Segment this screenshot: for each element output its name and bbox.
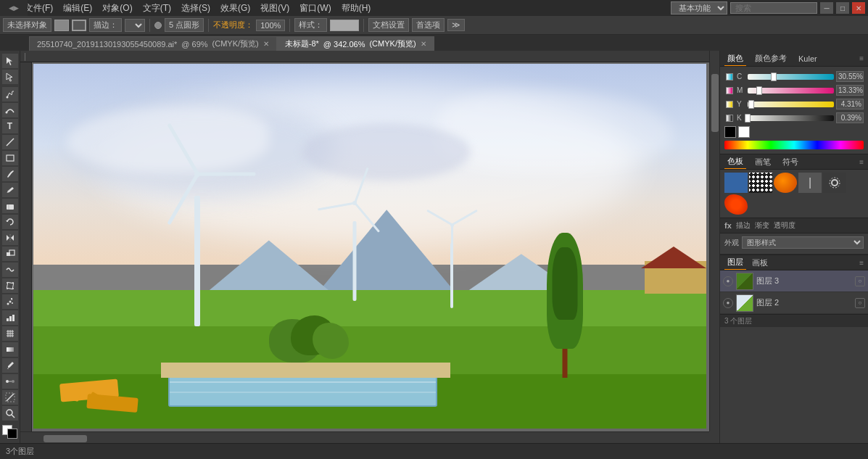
- vertical-scrollbar[interactable]: [709, 51, 719, 431]
- artboard[interactable]: [33, 64, 706, 429]
- column-graph-tool[interactable]: [2, 310, 18, 325]
- pencil-tool[interactable]: [2, 183, 18, 197]
- cloud-5: [302, 123, 471, 181]
- swatch-splatter[interactable]: [749, 173, 772, 193]
- type-tool[interactable]: T: [2, 119, 18, 133]
- menu-window[interactable]: 窗口(W): [295, 1, 335, 16]
- blend-tab1[interactable]: 描边: [736, 220, 751, 231]
- outer-select[interactable]: 图形样式: [742, 236, 864, 249]
- eraser-tool[interactable]: [2, 199, 18, 213]
- stroke-color[interactable]: [72, 20, 86, 31]
- menu-text[interactable]: 文字(T): [139, 1, 175, 16]
- layer-3-lock[interactable]: ○: [855, 276, 865, 286]
- eyedropper-tool[interactable]: [2, 358, 18, 373]
- layer-row-2[interactable]: ● 图层 2 ○: [720, 292, 868, 314]
- rect-tool[interactable]: [2, 151, 18, 165]
- menu-edit[interactable]: 编辑(E): [59, 1, 96, 16]
- zoom-tool[interactable]: [2, 406, 18, 421]
- m-value[interactable]: 13.33%: [836, 85, 864, 96]
- menu-select[interactable]: 选择(S): [177, 1, 215, 16]
- fill-stroke-indicator[interactable]: [2, 425, 18, 439]
- blend-tab2[interactable]: 渐变: [755, 220, 769, 231]
- fill-color[interactable]: [54, 20, 69, 31]
- paintbrush-tool[interactable]: [2, 167, 18, 181]
- blend-tab3[interactable]: 透明度: [774, 220, 795, 231]
- style-box[interactable]: [330, 20, 359, 31]
- stroke-select[interactable]: [125, 19, 145, 32]
- white-box[interactable]: [738, 126, 750, 138]
- kuler-tab[interactable]: Kuler: [795, 53, 820, 65]
- y-value[interactable]: 4.31%: [836, 99, 864, 109]
- layers-panel-collapse[interactable]: ≡: [859, 259, 864, 267]
- swatch-orange[interactable]: [774, 173, 797, 193]
- line-tool[interactable]: [2, 135, 18, 149]
- rotate-tool[interactable]: [2, 215, 18, 229]
- extra-btn[interactable]: ≫: [447, 19, 465, 31]
- brush-tab[interactable]: 画笔: [752, 155, 774, 169]
- symbol-tab[interactable]: 符号: [780, 155, 801, 169]
- scale-tool[interactable]: [2, 247, 18, 261]
- menu-view[interactable]: 视图(V): [256, 1, 294, 16]
- swatch-gear[interactable]: [823, 173, 846, 193]
- warp-tool[interactable]: [2, 262, 18, 277]
- m-slider-track[interactable]: [748, 88, 834, 94]
- canvas-area[interactable]: │: [20, 51, 719, 443]
- menu-effect[interactable]: 效果(G): [216, 1, 255, 16]
- tab-1-close[interactable]: ✕: [263, 40, 269, 48]
- swatch-tab[interactable]: 色板: [724, 154, 746, 169]
- minimize-button[interactable]: ─: [820, 2, 833, 14]
- spectrum-bar[interactable]: [724, 141, 864, 149]
- color-panel-collapse[interactable]: ≡: [859, 54, 864, 62]
- m-slider-thumb[interactable]: [756, 86, 762, 95]
- c-slider-track[interactable]: [748, 74, 834, 80]
- c-value[interactable]: 30.55%: [836, 71, 864, 82]
- maximize-button[interactable]: □: [836, 2, 849, 14]
- layer-row-3[interactable]: ● 图层 3 ○: [720, 270, 868, 292]
- layers-tab[interactable]: 图层: [724, 255, 746, 270]
- tab-2-close[interactable]: ✕: [421, 40, 426, 48]
- menu-help[interactable]: 帮助(H): [337, 1, 376, 16]
- prefs-btn[interactable]: 首选项: [412, 18, 445, 32]
- horizontal-scrollbar[interactable]: [20, 431, 709, 443]
- k-slider-thumb[interactable]: [745, 114, 751, 123]
- color-sliders: C 30.55% M 13.33%: [720, 67, 868, 154]
- artboard-tab[interactable]: 画板: [749, 256, 771, 270]
- tab-file-2[interactable]: 未标题-8* @ 342.06% (CMYK/预览) ✕: [277, 36, 434, 51]
- workspace-dropdown[interactable]: 基本功能: [671, 1, 727, 15]
- gradient-tool[interactable]: [2, 342, 18, 357]
- selection-tool[interactable]: [2, 54, 18, 68]
- tab-file-1[interactable]: 25510740_20191130193055450089.ai* @ 69% …: [29, 36, 277, 51]
- color-tab[interactable]: 颜色: [724, 51, 746, 66]
- reflect-tool[interactable]: [2, 231, 18, 245]
- slice-tool[interactable]: [2, 390, 18, 405]
- black-box[interactable]: [724, 126, 736, 138]
- h-scroll-thumb[interactable]: [44, 435, 87, 442]
- blend-tool[interactable]: [2, 374, 18, 389]
- menu-object[interactable]: 对象(O): [98, 1, 136, 16]
- opacity-value[interactable]: 100%: [256, 20, 285, 31]
- curvature-tool[interactable]: [2, 103, 18, 117]
- swatch-blue[interactable]: [724, 173, 748, 193]
- mesh-tool[interactable]: [2, 326, 18, 341]
- free-transform-tool[interactable]: [2, 278, 18, 293]
- doc-settings-btn[interactable]: 文档设置: [368, 18, 409, 32]
- color-ref-tab[interactable]: 颜色参考: [752, 51, 790, 65]
- c-slider-thumb[interactable]: [771, 73, 777, 81]
- swatch-flower[interactable]: [724, 194, 748, 215]
- swatch-cursor[interactable]: |: [798, 173, 822, 193]
- close-button[interactable]: ✕: [852, 2, 865, 14]
- v-scroll-thumb[interactable]: [711, 74, 719, 132]
- layer-2-visibility[interactable]: ●: [723, 298, 733, 308]
- y-slider-track[interactable]: [748, 102, 834, 107]
- k-slider-track[interactable]: [748, 115, 834, 121]
- search-input[interactable]: [730, 2, 817, 14]
- symbol-spray-tool[interactable]: [2, 294, 18, 309]
- brush-size[interactable]: 5 点圆形: [165, 18, 204, 32]
- layer-3-visibility[interactable]: ●: [723, 276, 733, 286]
- layer-2-lock[interactable]: ○: [855, 298, 865, 308]
- direct-selection-tool[interactable]: [2, 70, 18, 84]
- pen-tool[interactable]: [2, 87, 18, 102]
- y-slider-thumb[interactable]: [748, 100, 754, 109]
- swatch-panel-collapse[interactable]: ≡: [859, 158, 864, 166]
- k-value[interactable]: 0.39%: [836, 112, 864, 123]
